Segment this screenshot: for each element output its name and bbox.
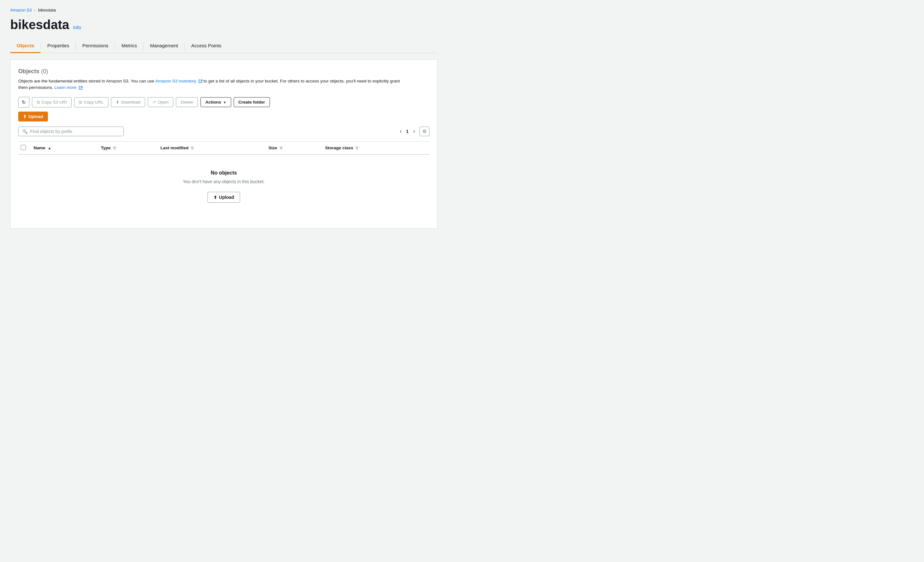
tab-objects[interactable]: Objects (10, 40, 40, 53)
ext-link-icon-2 (79, 86, 82, 90)
actions-chevron-icon (223, 100, 226, 105)
pagination-number: 1 (406, 129, 409, 134)
tab-properties[interactable]: Properties (41, 40, 75, 53)
table-header-name[interactable]: Name ▲ (30, 141, 97, 154)
pagination-row: 1 (398, 127, 429, 136)
breadcrumb-parent-link[interactable]: Amazon S3 (10, 7, 32, 12)
objects-table: Name ▲ Type ▽ Last modified ▽ Size ▽ (18, 141, 429, 218)
tab-access-points[interactable]: Access Points (185, 40, 228, 53)
search-pagination-row: 1 (18, 127, 429, 136)
actions-button[interactable]: Actions (201, 97, 231, 107)
search-icon (22, 129, 27, 134)
chevron-right-icon (413, 129, 415, 134)
copy-s3-uri-icon (37, 100, 40, 105)
search-input[interactable] (30, 129, 120, 134)
upload-button[interactable]: Upload (18, 112, 48, 121)
refresh-button[interactable] (18, 97, 29, 108)
type-sort-icon: ▽ (113, 146, 116, 150)
empty-state-upload-button[interactable]: Upload (207, 192, 240, 203)
panel-title: Objects (0) (18, 67, 429, 75)
delete-button[interactable]: Delete (176, 97, 198, 107)
copy-url-button[interactable]: Copy URL (74, 97, 108, 107)
objects-panel: Objects (0) Objects are the fundamental … (10, 60, 437, 229)
table-header-checkbox (18, 141, 30, 154)
empty-state: No objects You don't have any objects in… (18, 155, 429, 218)
s3-inventory-link[interactable]: Amazon S3 inventory (155, 79, 196, 84)
learn-more-link[interactable]: Learn more (54, 85, 76, 90)
empty-state-upload-icon (214, 195, 217, 200)
toolbar-row1: Copy S3 URI Copy URL Download Open Delet… (18, 97, 429, 108)
search-box[interactable] (18, 127, 124, 136)
table-header-storage-class[interactable]: Storage class ▽ (321, 141, 429, 154)
page-title-row: bikesdata Info (10, 18, 437, 32)
download-icon (116, 100, 119, 105)
copy-s3-uri-button[interactable]: Copy S3 URI (32, 97, 72, 107)
table-settings-button[interactable] (420, 127, 429, 136)
empty-state-description: You don't have any objects in this bucke… (26, 179, 422, 184)
empty-state-title: No objects (26, 170, 422, 176)
create-folder-button[interactable]: Create folder (234, 97, 270, 107)
ext-link-icon-1 (198, 79, 202, 83)
name-sort-icon: ▲ (48, 146, 51, 150)
open-button[interactable]: Open (148, 97, 173, 107)
info-link[interactable]: Info (73, 25, 81, 30)
toolbar-row2: Upload (18, 112, 429, 121)
panel-description: Objects are the fundamental entities sto… (18, 78, 402, 91)
tab-permissions[interactable]: Permissions (76, 40, 115, 53)
table-header-size[interactable]: Size ▽ (265, 141, 321, 154)
pagination-next-button[interactable] (411, 127, 417, 136)
tabs-bar: Objects Properties Permissions Metrics M… (10, 40, 437, 53)
breadcrumb-separator: › (34, 8, 36, 12)
page-title: bikesdata (10, 18, 69, 32)
refresh-icon (22, 99, 26, 105)
breadcrumb: Amazon S3 › bikesdata (10, 7, 437, 12)
table-header-type[interactable]: Type ▽ (97, 141, 157, 154)
last-modified-sort-icon: ▽ (191, 146, 194, 150)
select-all-checkbox[interactable] (21, 145, 26, 150)
table-header-last-modified[interactable]: Last modified ▽ (157, 141, 265, 154)
size-sort-icon: ▽ (280, 146, 282, 150)
upload-icon (23, 114, 27, 119)
copy-url-icon (79, 100, 82, 105)
storage-class-sort-icon: ▽ (356, 146, 358, 150)
download-button[interactable]: Download (111, 97, 145, 107)
open-icon (153, 100, 156, 105)
pagination-prev-button[interactable] (398, 127, 404, 136)
chevron-left-icon (400, 129, 402, 134)
tab-management[interactable]: Management (144, 40, 184, 53)
tab-metrics[interactable]: Metrics (115, 40, 143, 53)
gear-icon (422, 129, 426, 134)
breadcrumb-current: bikesdata (38, 7, 56, 12)
